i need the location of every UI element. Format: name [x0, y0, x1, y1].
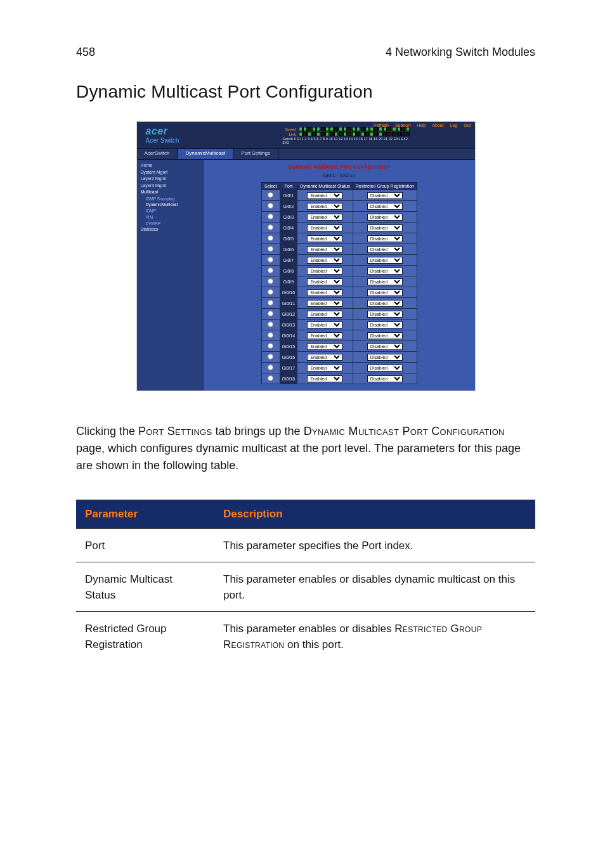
- restricted-group-registration-select[interactable]: Disabled: [367, 321, 403, 328]
- nav-help[interactable]: Help: [417, 123, 426, 127]
- restricted-group-registration-select[interactable]: Disabled: [367, 311, 403, 318]
- row-select[interactable]: [268, 203, 273, 208]
- restricted-group-registration-select[interactable]: Disabled: [367, 246, 403, 253]
- row-status-cell: Enabled: [297, 233, 353, 244]
- restricted-group-registration-select[interactable]: Disabled: [367, 332, 403, 339]
- restricted-group-registration-select[interactable]: Disabled: [367, 354, 403, 361]
- sidebar-item[interactable]: PIM: [141, 214, 200, 221]
- row-select[interactable]: [268, 332, 273, 337]
- led-icon: [316, 127, 320, 131]
- dynamic-multicast-status-select[interactable]: Enabled: [307, 192, 342, 199]
- sidebar-item[interactable]: IGMP: [141, 208, 200, 214]
- row-port: Gi0/17: [280, 363, 297, 373]
- row-select[interactable]: [268, 224, 273, 230]
- sidebar-item[interactable]: Multicast: [141, 189, 200, 196]
- restricted-group-registration-select[interactable]: Disabled: [367, 268, 403, 275]
- sidebar-item[interactable]: Layer3 Mgmt: [141, 183, 200, 190]
- col-status: Dynamic Multicast Status: [297, 183, 353, 190]
- nav-about[interactable]: About: [432, 123, 443, 127]
- row-select[interactable]: [268, 365, 273, 370]
- crumb-root[interactable]: AcerSwitch: [137, 149, 178, 159]
- crumb-tab[interactable]: Port Settings: [233, 149, 278, 159]
- dynamic-multicast-status-select[interactable]: Enabled: [307, 365, 342, 372]
- restricted-group-registration-select[interactable]: Disabled: [367, 300, 403, 307]
- dynamic-multicast-status-select[interactable]: Enabled: [307, 354, 342, 361]
- dynamic-multicast-status-select[interactable]: Enabled: [307, 375, 342, 382]
- row-reg-cell: Disabled: [353, 276, 417, 287]
- led-icon: [352, 127, 356, 131]
- param-head-1: Parameter: [76, 500, 214, 529]
- restricted-group-registration-select[interactable]: Disabled: [367, 375, 403, 382]
- dynamic-multicast-status-select[interactable]: Enabled: [307, 268, 342, 275]
- led-icon: [348, 127, 351, 131]
- row-status-cell: Enabled: [297, 190, 353, 201]
- restricted-group-registration-select[interactable]: Disabled: [367, 203, 403, 210]
- sidebar-item[interactable]: Layer2 Mgmt: [141, 176, 200, 183]
- row-select[interactable]: [268, 321, 273, 327]
- dynamic-multicast-status-select[interactable]: Enabled: [307, 214, 342, 221]
- port-config-table: Select Port Dynamic Multicast Status Res…: [261, 182, 417, 384]
- led-icon: [312, 132, 316, 136]
- sidebar-item[interactable]: IGMP Snooping: [141, 196, 200, 202]
- led-icon: [397, 127, 401, 131]
- dynamic-multicast-status-select[interactable]: Enabled: [307, 257, 342, 264]
- dynamic-multicast-status-select[interactable]: Enabled: [307, 289, 342, 296]
- sidebar-item[interactable]: DVMRP: [141, 221, 200, 227]
- nav-logout[interactable]: Log Out: [450, 123, 471, 127]
- row-reg-cell: Disabled: [353, 309, 417, 320]
- text-smallcaps: Dynamic Multicast Port Configuration: [304, 425, 505, 437]
- row-select[interactable]: [268, 268, 273, 273]
- dynamic-multicast-status-select[interactable]: Enabled: [307, 278, 342, 285]
- row-select[interactable]: [268, 192, 273, 197]
- led-icon: [370, 132, 374, 136]
- restricted-group-registration-select[interactable]: Disabled: [367, 365, 403, 372]
- param-desc: This parameter enables or disables dynam…: [214, 562, 535, 611]
- row-port: Gi0/8: [280, 266, 297, 276]
- row-port: Gi0/18: [280, 373, 297, 384]
- dynamic-multicast-status-select[interactable]: Enabled: [307, 332, 342, 339]
- row-select[interactable]: [268, 278, 273, 283]
- screenshot: acer Acer Switch Refresh Support Help Ab…: [136, 121, 476, 391]
- dynamic-multicast-status-select[interactable]: Enabled: [307, 235, 342, 242]
- dynamic-multicast-status-select[interactable]: Enabled: [307, 321, 342, 328]
- restricted-group-registration-select[interactable]: Disabled: [367, 214, 403, 221]
- crumb-section[interactable]: DynamicMulticast: [178, 149, 234, 159]
- restricted-group-registration-select[interactable]: Disabled: [367, 289, 403, 296]
- row-select[interactable]: [268, 343, 273, 348]
- led-icon: [379, 132, 382, 136]
- row-select[interactable]: [268, 354, 273, 359]
- dynamic-multicast-status-select[interactable]: Enabled: [307, 300, 342, 307]
- row-select[interactable]: [268, 246, 273, 251]
- row-port: Gi0/7: [280, 255, 297, 266]
- dynamic-multicast-status-select[interactable]: Enabled: [307, 246, 342, 253]
- brand: acer Acer Switch: [137, 122, 188, 148]
- restricted-group-registration-select[interactable]: Disabled: [367, 192, 403, 199]
- row-select[interactable]: [268, 235, 273, 240]
- sidebar-item[interactable]: Statistics: [141, 226, 200, 233]
- dynamic-multicast-status-select[interactable]: Enabled: [307, 343, 342, 350]
- table-row: Dynamic Multicast Status This parameter …: [76, 562, 535, 611]
- row-select-cell: [262, 255, 280, 266]
- row-port: Gi0/14: [280, 330, 297, 341]
- restricted-group-registration-select[interactable]: Disabled: [367, 257, 403, 264]
- restricted-group-registration-select[interactable]: Disabled: [367, 343, 403, 350]
- dynamic-multicast-status-select[interactable]: Enabled: [307, 203, 342, 210]
- restricted-group-registration-select[interactable]: Disabled: [367, 278, 403, 285]
- restricted-group-registration-select[interactable]: Disabled: [367, 235, 403, 242]
- row-select[interactable]: [268, 257, 273, 262]
- dynamic-multicast-status-select[interactable]: Enabled: [307, 224, 342, 231]
- row-select[interactable]: [268, 300, 273, 305]
- dynamic-multicast-status-select[interactable]: Enabled: [307, 311, 342, 318]
- row-select[interactable]: [268, 375, 273, 380]
- parameter-table: Parameter Description Port This paramete…: [76, 500, 535, 661]
- restricted-group-registration-select[interactable]: Disabled: [367, 224, 403, 231]
- sidebar: HomeSystem MgmtLayer2 MgmtLayer3 MgmtMul…: [137, 160, 204, 391]
- row-select[interactable]: [268, 289, 273, 294]
- row-select[interactable]: [268, 214, 273, 219]
- sidebar-item[interactable]: DynamicMulticast: [141, 202, 200, 208]
- sidebar-item[interactable]: System Mgmt: [141, 169, 200, 176]
- row-select[interactable]: [268, 311, 273, 316]
- row-port: Gi0/15: [280, 341, 297, 352]
- sidebar-item[interactable]: Home: [141, 162, 200, 169]
- page-title: Dynamic Multicast Port Configuration: [76, 82, 535, 102]
